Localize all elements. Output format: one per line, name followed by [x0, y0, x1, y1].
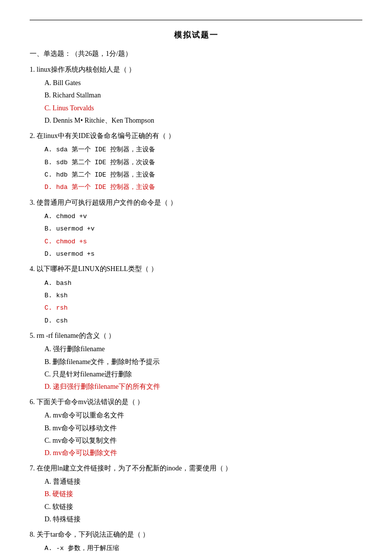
option-6-a: A. mv命令可以重命名文件: [30, 409, 362, 421]
question-1: 1. linux操作系统内核创始人是（ ）A. Bill GatesB. Ric…: [30, 63, 362, 127]
question-title-5: 5. rm -rf filename的含义（ ）: [30, 329, 362, 342]
question-8: 8. 关于tar命令，下列说法正确的是（ ）A. -x 参数，用于解压缩B. -…: [30, 528, 362, 555]
option-4-a: A. bash: [30, 277, 362, 289]
option-4-c: C. rsh: [30, 301, 362, 314]
option-5-c: C. 只是针对filename进行删除: [30, 368, 362, 380]
option-2-b: B. sdb 第二个 IDE 控制器，次设备: [30, 156, 362, 168]
option-6-b: B. mv命令可以移动文件: [30, 422, 362, 434]
option-2-c: C. hdb 第二个 IDE 控制器，主设备: [30, 168, 362, 181]
question-5: 5. rm -rf filename的含义（ ）A. 强行删除filenameB…: [30, 329, 362, 393]
questions-container: 1. linux操作系统内核创始人是（ ）A. Bill GatesB. Ric…: [30, 63, 362, 555]
option-1-d: D. Dennis M• Ritchie、Ken Thompson: [30, 114, 362, 127]
option-7-a: A. 普通链接: [30, 475, 362, 488]
question-title-3: 3. 使普通用户可执行超级用户文件的命令是（ ）: [30, 196, 362, 209]
question-title-4: 4. 以下哪种不是LINUX的SHELL类型（ ）: [30, 263, 362, 275]
question-title-6: 6. 下面关于命令mv说法错误的是（ ）: [30, 396, 362, 408]
section-header: 一、单选题：（共26题，1分/题）: [30, 49, 362, 58]
option-5-d: D. 递归强行删除filename下的所有文件: [30, 380, 362, 393]
question-2: 2. 在linux中有关IDE设备命名编号正确的有（ ）A. sda 第一个 I…: [30, 130, 362, 193]
option-8-a: A. -x 参数，用于解压缩: [30, 542, 362, 554]
question-title-7: 7. 在使用ln建立文件链接时，为了不分配新的inode，需要使用（ ）: [30, 462, 362, 474]
option-3-b: B. usermod +v: [30, 222, 362, 234]
question-title-1: 1. linux操作系统内核创始人是（ ）: [30, 63, 362, 76]
question-4: 4. 以下哪种不是LINUX的SHELL类型（ ）A. bashB. kshC.…: [30, 263, 362, 326]
question-3: 3. 使普通用户可执行超级用户文件的命令是（ ）A. chmod +vB. us…: [30, 196, 362, 260]
option-3-d: D. usermod +s: [30, 247, 362, 260]
question-6: 6. 下面关于命令mv说法错误的是（ ）A. mv命令可以重命名文件B. mv命…: [30, 396, 362, 459]
option-5-b: B. 删除filename文件，删除时给予提示: [30, 356, 362, 368]
option-6-d: D. mv命令可以删除文件: [30, 447, 362, 459]
page-title: 模拟试题一: [30, 30, 362, 41]
option-3-a: A. chmod +v: [30, 210, 362, 222]
option-2-d: D. hda 第一个 IDE 控制器，主设备: [30, 181, 362, 193]
page: 模拟试题一 一、单选题：（共26题，1分/题） 1. linux操作系统内核创始…: [0, 0, 392, 555]
question-title-2: 2. 在linux中有关IDE设备命名编号正确的有（ ）: [30, 130, 362, 142]
top-divider: [30, 20, 362, 20]
question-7: 7. 在使用ln建立文件链接时，为了不分配新的inode，需要使用（ ）A. 普…: [30, 462, 362, 525]
option-2-a: A. sda 第一个 IDE 控制器，主设备: [30, 143, 362, 155]
option-4-d: D. csh: [30, 314, 362, 326]
option-7-c: C. 软链接: [30, 501, 362, 513]
option-7-b: B. 硬链接: [30, 488, 362, 500]
option-6-c: C. mv命令可以复制文件: [30, 434, 362, 447]
option-1-b: B. Richard Stallman: [30, 89, 362, 101]
question-title-8: 8. 关于tar命令，下列说法正确的是（ ）: [30, 528, 362, 541]
option-3-c: C. chmod +s: [30, 235, 362, 247]
option-7-d: D. 特殊链接: [30, 513, 362, 525]
option-1-a: A. Bill Gates: [30, 77, 362, 89]
option-4-b: B. ksh: [30, 289, 362, 301]
option-1-c: C. Linus Torvalds: [30, 102, 362, 114]
option-5-a: A. 强行删除filename: [30, 343, 362, 355]
